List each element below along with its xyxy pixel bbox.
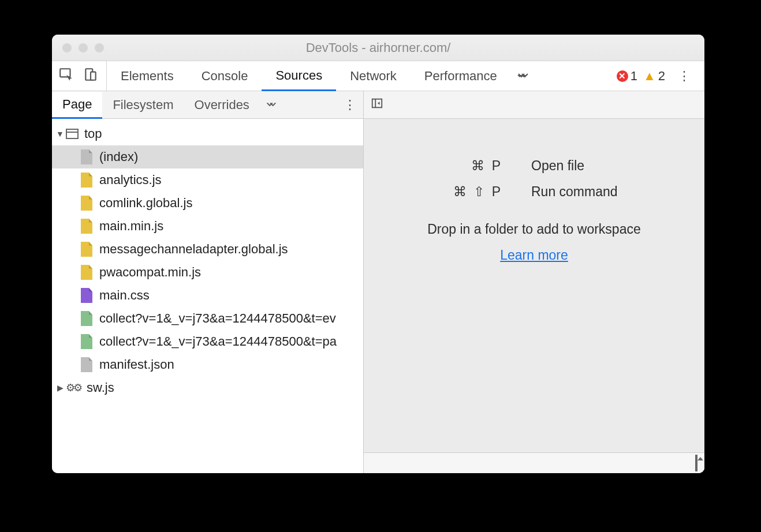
tree-file[interactable]: pwacompat.min.js — [52, 261, 363, 284]
tree-label: analytics.js — [99, 173, 162, 188]
navigator-tabs: Page Filesystem Overrides ⋮ — [52, 91, 363, 119]
zoom-window-button[interactable] — [95, 43, 104, 53]
file-icon — [81, 173, 92, 188]
svg-rect-2 — [91, 72, 96, 80]
tree-label: messagechanneladapter.global.js — [99, 242, 288, 257]
file-icon — [81, 288, 92, 303]
file-icon — [81, 149, 92, 164]
disclosure-triangle-icon[interactable]: ▶ — [54, 383, 66, 392]
warning-count-badge[interactable]: ▲ 2 — [643, 69, 665, 84]
tree-file[interactable]: messagechanneladapter.global.js — [52, 238, 363, 261]
tree-file[interactable]: collect?v=1&_v=j73&a=1244478500&t=pa — [52, 330, 363, 353]
file-icon — [81, 265, 92, 280]
subtab-filesystem[interactable]: Filesystem — [102, 91, 184, 118]
svg-rect-0 — [60, 69, 70, 77]
editor-pane: ⌘ P Open file ⌘ ⇧ P Run command Drop in … — [364, 91, 704, 473]
subtab-overrides[interactable]: Overrides — [184, 91, 260, 118]
tree-file[interactable]: manifest.json — [52, 353, 363, 376]
tree-file[interactable]: analytics.js — [52, 168, 363, 192]
tree-label: main.css — [99, 288, 150, 303]
file-icon — [81, 219, 92, 234]
tree-label: sw.js — [87, 380, 114, 395]
tree-file[interactable]: main.css — [52, 284, 363, 307]
file-icon — [81, 242, 92, 257]
settings-kebab-icon[interactable]: ⋮ — [671, 66, 697, 86]
titlebar: DevTools - airhorner.com/ — [52, 35, 704, 61]
warning-icon: ▲ — [643, 69, 656, 84]
shortcut-label: Run command — [531, 184, 647, 200]
disclosure-triangle-icon[interactable]: ▼ — [54, 129, 66, 138]
error-count-badge[interactable]: ✕ 1 — [617, 69, 637, 84]
error-count: 1 — [631, 69, 637, 84]
minimize-window-button[interactable] — [79, 43, 88, 53]
tree-label: top — [84, 126, 102, 141]
tab-elements[interactable]: Elements — [107, 61, 188, 91]
device-toolbar-icon[interactable] — [83, 67, 98, 85]
tree-label: manifest.json — [99, 357, 174, 372]
tab-performance[interactable]: Performance — [411, 61, 511, 91]
navigator-pane: Page Filesystem Overrides ⋮ ▼ top — [52, 91, 364, 473]
svg-rect-3 — [372, 99, 382, 107]
drawer-toggle-icon[interactable] — [695, 456, 697, 471]
more-subtabs-chevron-icon[interactable] — [260, 99, 282, 111]
shortcut-keys: ⌘ ⇧ P — [421, 184, 502, 200]
navigator-kebab-icon[interactable]: ⋮ — [337, 95, 363, 115]
file-tree: ▼ top (index) analytics.js c — [52, 119, 363, 473]
tree-label: (index) — [99, 149, 138, 164]
tree-label: comlink.global.js — [99, 196, 192, 211]
tree-file[interactable]: collect?v=1&_v=j73&a=1244478500&t=ev — [52, 307, 363, 330]
learn-more-link[interactable]: Learn more — [500, 248, 568, 263]
close-window-button[interactable] — [62, 43, 72, 53]
more-tabs-chevron-icon[interactable] — [511, 61, 534, 91]
tree-label: collect?v=1&_v=j73&a=1244478500&t=pa — [99, 334, 337, 349]
shortcut-label: Open file — [531, 158, 647, 174]
tab-console[interactable]: Console — [188, 61, 262, 91]
tree-label: main.min.js — [99, 219, 163, 234]
file-icon — [81, 311, 92, 326]
tree-file[interactable]: comlink.global.js — [52, 192, 363, 215]
traffic-lights — [52, 43, 104, 53]
inspect-element-icon[interactable] — [59, 67, 74, 85]
tree-file[interactable]: (index) — [52, 145, 363, 168]
editor-footer — [364, 452, 704, 473]
main-panel-tabs: Elements Console Sources Network Perform… — [52, 61, 704, 91]
warning-count: 2 — [658, 69, 665, 84]
tree-service-worker[interactable]: ▶ ⚙⚙ sw.js — [52, 376, 363, 399]
file-icon — [81, 357, 92, 372]
drop-folder-text: Drop in a folder to add to workspace — [427, 222, 640, 237]
sources-panel-body: Page Filesystem Overrides ⋮ ▼ top — [52, 91, 704, 473]
frame-icon — [66, 129, 79, 139]
tab-sources[interactable]: Sources — [262, 61, 336, 91]
tree-frame-top[interactable]: ▼ top — [52, 122, 363, 145]
tree-label: pwacompat.min.js — [99, 265, 201, 280]
tab-network[interactable]: Network — [336, 61, 411, 91]
tree-file[interactable]: main.min.js — [52, 215, 363, 238]
subtab-page[interactable]: Page — [52, 92, 102, 119]
shortcut-keys: ⌘ P — [421, 158, 502, 174]
devtools-window: DevTools - airhorner.com/ Elements Conso… — [52, 35, 704, 473]
tab-strip: Elements Console Sources Network Perform… — [107, 61, 610, 91]
file-icon — [81, 196, 92, 211]
gear-icon: ⚙⚙ — [66, 381, 81, 394]
editor-placeholder: ⌘ P Open file ⌘ ⇧ P Run command Drop in … — [364, 119, 704, 452]
file-icon — [81, 334, 92, 349]
error-icon: ✕ — [617, 70, 628, 82]
collapse-navigator-icon[interactable] — [371, 97, 383, 113]
window-title: DevTools - airhorner.com/ — [52, 40, 704, 55]
editor-tabbar — [364, 91, 704, 119]
tree-label: collect?v=1&_v=j73&a=1244478500&t=ev — [99, 311, 336, 326]
